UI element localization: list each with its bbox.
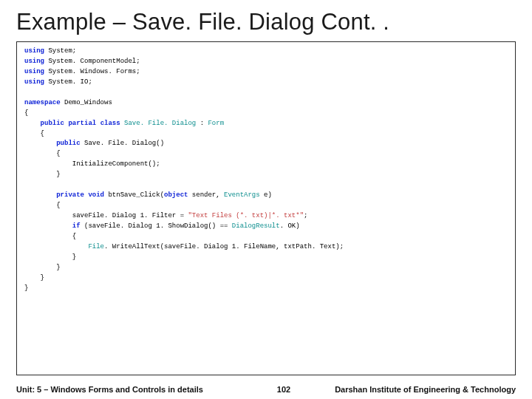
kw-using: using (24, 58, 44, 65)
footer-unit: Unit: 5 – Windows Forms and Controls in … (16, 385, 203, 394)
code-text: sender, (188, 191, 224, 199)
code-text: System; (44, 47, 76, 55)
footer-institute: Darshan Institute of Engineering & Techn… (335, 385, 516, 394)
kw-partial: partial (64, 120, 96, 127)
brace: } (24, 263, 508, 273)
kw-void: void (84, 191, 104, 199)
slide: Example – Save. File. Dialog Cont. . usi… (0, 0, 532, 399)
code-text: e) (260, 191, 272, 199)
kw-using: using (24, 68, 44, 75)
footer-page: 102 (277, 385, 290, 394)
code-text: . OK) (280, 222, 300, 230)
kw-namespace: namespace (24, 99, 61, 106)
brace: { (24, 232, 508, 242)
brace: } (24, 284, 508, 294)
kw-using: using (24, 78, 44, 86)
slide-footer: Unit: 5 – Windows Forms and Controls in … (0, 380, 532, 399)
slide-title: Example – Save. File. Dialog Cont. . (16, 9, 516, 35)
code-text: btnSave_Click( (104, 191, 164, 199)
code-text: : (196, 120, 208, 127)
kw-class: class (96, 120, 120, 127)
kw-public: public (24, 140, 81, 147)
kw-using: using (24, 47, 44, 55)
class-name: EventArgs (224, 191, 260, 199)
kw-object: object (164, 191, 188, 199)
code-text: System. Windows. Forms; (44, 68, 140, 75)
brace: { (24, 109, 508, 119)
class-name: Form (208, 120, 224, 127)
code-text: saveFile. Dialog 1. Filter = (24, 212, 188, 219)
brace: } (24, 273, 508, 284)
code-text: Demo_Windows (61, 99, 112, 106)
class-name: File (24, 243, 104, 250)
brace: { (24, 149, 508, 160)
code-text: System. IO; (44, 78, 92, 86)
code-text: System. ComponentModel; (44, 58, 140, 65)
brace: { (24, 201, 508, 211)
code-block: using System; using System. ComponentMod… (16, 41, 516, 375)
code-text: (saveFile. Dialog 1. ShowDialog() == (81, 222, 232, 230)
blank-line (24, 88, 508, 98)
class-name: DialogResult (232, 222, 280, 230)
code-text: . WriteAllText(saveFile. Dialog 1. FileN… (104, 243, 344, 250)
code-text: Save. File. Dialog() (81, 140, 164, 147)
code-text: ; (304, 212, 307, 219)
string-literal: "Text Files (*. txt)|*. txt*" (188, 212, 304, 219)
kw-public: public (24, 120, 64, 127)
blank-line (24, 180, 508, 191)
kw-private: private (24, 191, 84, 199)
class-name: Save. File. Dialog (120, 120, 197, 127)
kw-if: if (24, 222, 81, 230)
brace: { (24, 129, 508, 140)
brace: } (24, 253, 508, 263)
brace: } (24, 170, 508, 180)
code-text: InitializeComponent(); (24, 160, 508, 170)
